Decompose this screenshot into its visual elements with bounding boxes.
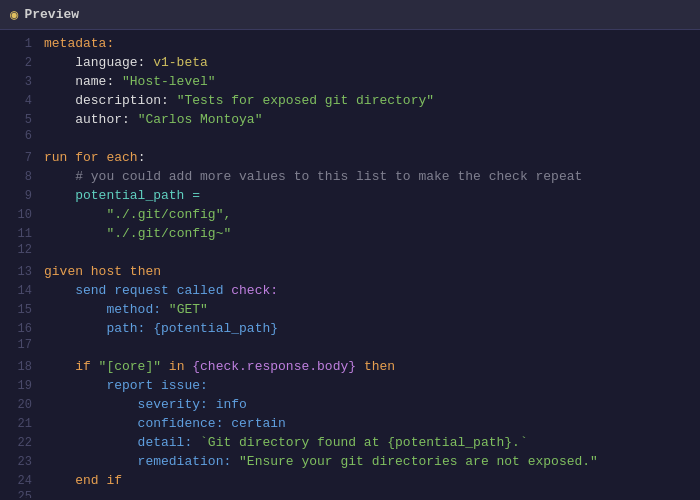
token: "Ensure your git directories are not exp… (239, 454, 598, 469)
line-content: author: "Carlos Montoya" (44, 110, 262, 129)
token: name: (44, 74, 122, 89)
line-number: 7 (8, 151, 32, 165)
code-line: 17 (0, 338, 700, 357)
line-number: 14 (8, 284, 32, 298)
token (44, 226, 106, 241)
line-number: 9 (8, 189, 32, 203)
code-line: 7run for each: (0, 148, 700, 167)
code-line: 9 potential_path = (0, 186, 700, 205)
code-line: 22 detail: `Git directory found at {pote… (0, 433, 700, 452)
line-number: 5 (8, 113, 32, 127)
token: v1-beta (153, 55, 208, 70)
token: metadata: (44, 36, 114, 51)
line-number: 25 (8, 490, 32, 498)
token: check: (223, 283, 278, 298)
line-content: detail: `Git directory found at {potenti… (44, 433, 528, 452)
line-number: 13 (8, 265, 32, 279)
code-line: 16 path: {potential_path} (0, 319, 700, 338)
token: run (44, 150, 75, 165)
code-line: 6 (0, 129, 700, 148)
token: `Git directory found at {potential_path}… (200, 435, 528, 450)
token: severity: info (44, 397, 247, 412)
line-content: "./.git/config~" (44, 224, 231, 243)
code-line: 19 report issue: (0, 376, 700, 395)
token: send request (44, 283, 177, 298)
line-content: description: "Tests for exposed git dire… (44, 91, 434, 110)
header-title: Preview (24, 7, 79, 22)
code-line: 3 name: "Host-level" (0, 72, 700, 91)
line-content: potential_path = (44, 186, 200, 205)
code-line: 21 confidence: certain (0, 414, 700, 433)
code-line: 13given host then (0, 262, 700, 281)
line-number: 10 (8, 208, 32, 222)
code-line: 20 severity: info (0, 395, 700, 414)
token: detail: (44, 435, 200, 450)
line-number: 16 (8, 322, 32, 336)
token: "./.git/config~" (106, 226, 231, 241)
token: in (161, 359, 192, 374)
token: for each (75, 150, 137, 165)
line-number: 22 (8, 436, 32, 450)
line-number: 11 (8, 227, 32, 241)
preview-icon: ◉ (10, 6, 18, 23)
token: end if (44, 473, 122, 488)
token: remediation: (44, 454, 239, 469)
token: language: (44, 55, 153, 70)
token: "Carlos Montoya" (138, 112, 263, 127)
line-number: 20 (8, 398, 32, 412)
line-content: "./.git/config", (44, 205, 231, 224)
line-number: 1 (8, 37, 32, 51)
line-content: # you could add more values to this list… (44, 167, 582, 186)
line-content: if "[core]" in {check.response.body} the… (44, 357, 395, 376)
token: called (177, 283, 224, 298)
line-number: 21 (8, 417, 32, 431)
token: description: (44, 93, 177, 108)
token: : (138, 150, 146, 165)
line-number: 18 (8, 360, 32, 374)
line-content: run for each: (44, 148, 145, 167)
line-content: name: "Host-level" (44, 72, 216, 91)
code-line: 2 language: v1-beta (0, 53, 700, 72)
code-line: 24 end if (0, 471, 700, 490)
code-line: 5 author: "Carlos Montoya" (0, 110, 700, 129)
line-number: 8 (8, 170, 32, 184)
line-content: method: "GET" (44, 300, 208, 319)
token: {check.response.body} (192, 359, 356, 374)
token: then (130, 264, 161, 279)
line-content: severity: info (44, 395, 247, 414)
line-content: send request called check: (44, 281, 278, 300)
token: given host (44, 264, 130, 279)
code-line: 25 (0, 490, 700, 498)
line-content: remediation: "Ensure your git directorie… (44, 452, 598, 471)
line-content: report issue: (44, 376, 208, 395)
token: "GET" (169, 302, 208, 317)
line-number: 3 (8, 75, 32, 89)
preview-panel: ◉ Preview 1metadata:2 language: v1-beta3… (0, 0, 700, 498)
line-content: metadata: (44, 34, 114, 53)
code-editor: 1metadata:2 language: v1-beta3 name: "Ho… (0, 30, 700, 498)
code-line: 10 "./.git/config", (0, 205, 700, 224)
token: then (356, 359, 395, 374)
code-line: 14 send request called check: (0, 281, 700, 300)
code-line: 4 description: "Tests for exposed git di… (0, 91, 700, 110)
token: "Tests for exposed git directory" (177, 93, 434, 108)
token (44, 207, 106, 222)
line-number: 2 (8, 56, 32, 70)
line-content: end if (44, 471, 122, 490)
line-number: 15 (8, 303, 32, 317)
code-line: 12 (0, 243, 700, 262)
token: method: (44, 302, 169, 317)
line-number: 23 (8, 455, 32, 469)
line-content: language: v1-beta (44, 53, 208, 72)
line-number: 17 (8, 338, 32, 352)
token: "Host-level" (122, 74, 216, 89)
code-line: 18 if "[core]" in {check.response.body} … (0, 357, 700, 376)
line-number: 19 (8, 379, 32, 393)
header-bar: ◉ Preview (0, 0, 700, 30)
line-number: 6 (8, 129, 32, 143)
token: confidence: certain (44, 416, 286, 431)
code-line: 23 remediation: "Ensure your git directo… (0, 452, 700, 471)
line-content: confidence: certain (44, 414, 286, 433)
code-line: 15 method: "GET" (0, 300, 700, 319)
line-number: 12 (8, 243, 32, 257)
